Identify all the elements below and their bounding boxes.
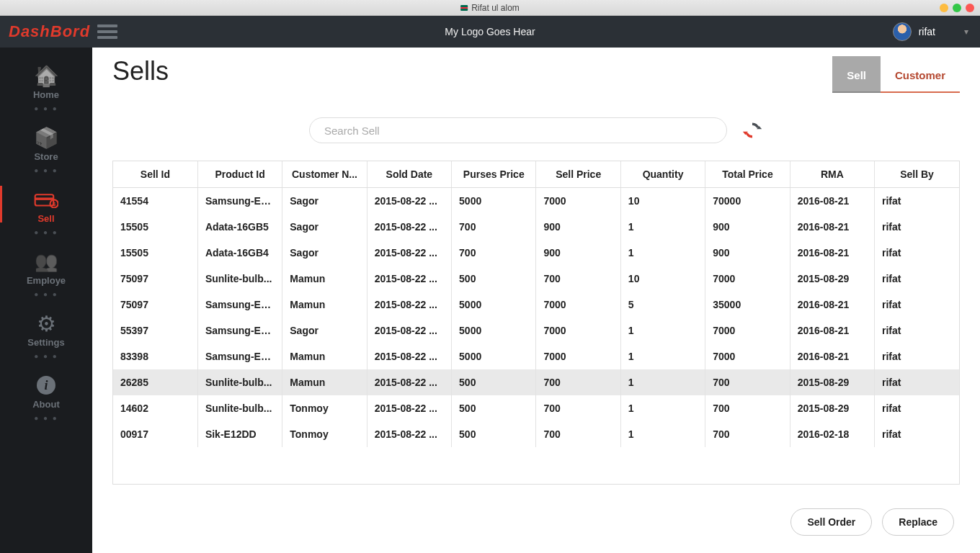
table-cell: 2015-08-22 ... [367,266,451,292]
user-menu[interactable]: rifat ▾ [893,22,968,41]
table-cell: rifat [875,240,959,266]
table-cell: 41554 [113,188,197,215]
table-row[interactable]: 75097Samsung-E250Mamun2015-08-22 ...5000… [113,292,959,318]
tab-label: Sell [847,69,866,81]
table-cell: 500 [452,395,536,421]
search-input[interactable] [309,117,727,143]
table-row[interactable]: 15505Adata-16GB4Sagor2015-08-22 ...70090… [113,240,959,266]
divider-dots: ● ● ● [0,352,92,360]
divider-dots: ● ● ● [0,166,92,174]
sidebar: Home ● ● ● Store ● ● ● $ Sell ● ● ● Empl… [0,48,92,553]
table-cell: rifat [875,343,959,369]
table-cell: Mamun [282,369,367,395]
column-header[interactable]: Sold Date [367,161,451,188]
table-cell: 900 [536,214,620,240]
sidebar-item-store[interactable]: Store [0,120,92,165]
main-content: Sells Sell Customer Sell IdProduct IdCus… [92,48,980,553]
column-header[interactable]: Quantity [620,161,705,188]
table-cell: Tonmoy [282,421,367,447]
refresh-button[interactable] [741,120,763,141]
table-row[interactable]: 26285Sunlite-bulb...Mamun2015-08-22 ...5… [113,369,959,395]
table-cell: 900 [705,240,790,266]
table-cell: 2015-08-22 ... [367,421,451,447]
table-row[interactable]: 83398Samsung-E250Mamun2015-08-22 ...5000… [113,343,959,369]
column-header[interactable]: Customer N... [282,161,367,188]
tab-label: Customer [895,69,945,81]
table-cell: Tonmoy [282,395,367,421]
table-cell: 7000 [536,292,620,318]
column-header[interactable]: Total Price [705,161,790,188]
table-row[interactable]: 15505Adata-16GB5Sagor2015-08-22 ...70090… [113,214,959,240]
column-header[interactable]: Sell Id [113,161,197,188]
table-cell: 700 [452,214,536,240]
svg-rect-1 [35,197,53,199]
table-cell: 700 [452,240,536,266]
table-row[interactable]: 41554Samsung-E250Sagor2015-08-22 ...5000… [113,188,959,215]
close-button[interactable] [966,4,974,12]
column-header[interactable]: RMA [790,161,874,188]
table-cell: rifat [875,188,959,215]
window-controls [940,4,974,12]
sidebar-item-label: Employe [27,275,66,286]
table-row[interactable]: 14602Sunlite-bulb...Tonmoy2015-08-22 ...… [113,395,959,421]
sidebar-item-label: Store [34,151,58,162]
table-cell: 7000 [536,318,620,343]
table-cell: rifat [875,214,959,240]
table-cell: Sunlite-bulb... [197,369,282,395]
table-cell: Mamun [282,343,367,369]
refresh-icon [742,120,762,140]
table-cell: Adata-16GB5 [197,214,282,240]
user-name: rifat [919,26,935,37]
table-cell: 70000 [705,188,790,215]
minimize-button[interactable] [940,4,948,12]
window-title-wrap: Rifat ul alom [460,3,520,13]
replace-button[interactable]: Replace [882,508,954,536]
sidebar-item-about[interactable]: i About [0,367,92,413]
column-header[interactable]: Sell Price [536,161,620,188]
table-cell: 2015-08-29 [790,395,874,421]
table-row[interactable]: 75097Sunlite-bulb...Mamun2015-08-22 ...5… [113,266,959,292]
table-cell: Samsung-E250 [197,343,282,369]
table-row[interactable]: 00917Sik-E12DDTonmoy2015-08-22 ...500700… [113,421,959,447]
table-cell: 15505 [113,214,197,240]
table-cell: rifat [875,421,959,447]
maximize-button[interactable] [953,4,961,12]
table-cell: rifat [875,369,959,395]
table-cell: 700 [705,369,790,395]
table-cell: 700 [536,395,620,421]
table-cell: 2016-08-21 [790,240,874,266]
tab-sell[interactable]: Sell [832,56,881,93]
sidebar-item-label: Home [33,89,59,100]
table-cell: 1 [620,343,705,369]
table-cell: 2015-08-22 ... [367,292,451,318]
table-cell: Sagor [282,318,367,343]
table-cell: 10 [620,266,705,292]
menu-toggle-button[interactable] [97,22,117,42]
column-header[interactable]: Sell By [875,161,959,188]
table-cell: 1 [620,318,705,343]
sidebar-item-home[interactable]: Home [0,58,92,103]
column-header[interactable]: Product Id [197,161,282,188]
table-cell: Samsung-E250 [197,188,282,215]
table-cell: 2015-08-22 ... [367,343,451,369]
column-header[interactable]: Purses Price [452,161,536,188]
table-cell: 15505 [113,240,197,266]
sidebar-item-settings[interactable]: Settings [0,305,92,351]
table-row[interactable]: 55397Samsung-E250Sagor2015-08-22 ...5000… [113,318,959,343]
sidebar-item-employee[interactable]: Employe [0,243,92,289]
divider-dots: ● ● ● [0,104,92,112]
table-cell: 2016-08-21 [790,318,874,343]
table-cell: 2015-08-29 [790,369,874,395]
tab-bar: Sell Customer [832,56,960,93]
divider-dots: ● ● ● [0,290,92,298]
home-icon [34,63,59,88]
table-cell: rifat [875,395,959,421]
sell-order-button[interactable]: Sell Order [790,508,872,536]
sell-icon: $ [34,187,58,212]
table-cell: 700 [536,266,620,292]
tab-customer[interactable]: Customer [881,56,960,93]
table-cell: 35000 [705,292,790,318]
table-cell: 26285 [113,369,197,395]
sidebar-item-sell[interactable]: $ Sell [0,181,92,227]
table-cell: Adata-16GB4 [197,240,282,266]
